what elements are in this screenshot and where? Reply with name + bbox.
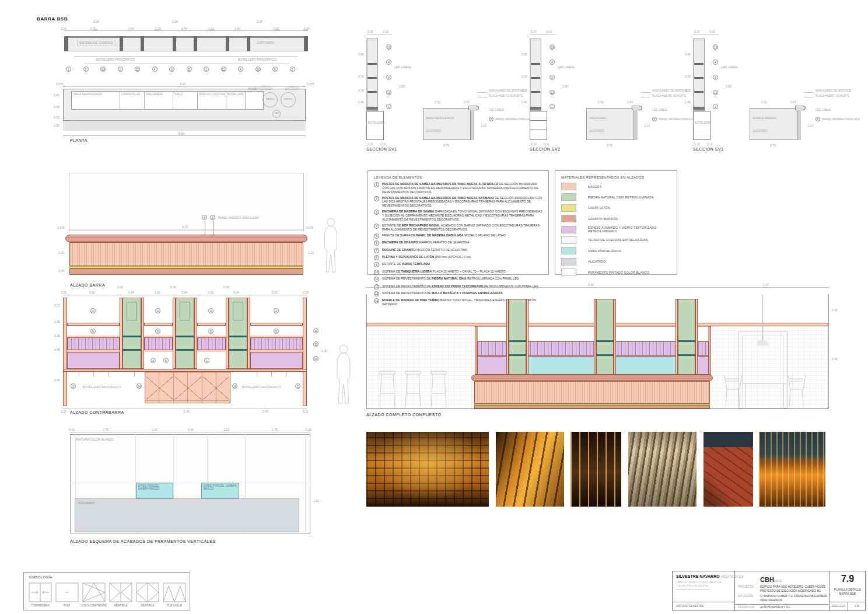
post: [120, 36, 123, 51]
post: [247, 36, 250, 51]
gres-panel: [526, 356, 596, 375]
teal-shelf: [176, 336, 194, 337]
post: [226, 36, 229, 51]
teal-shelf: [229, 349, 247, 351]
section-wall-panel: [530, 39, 541, 111]
shelf-bracket: [531, 77, 540, 79]
shelf-bracket: [694, 91, 704, 93]
material-row: GRES PORCELÁNICO: [561, 247, 671, 254]
planta-front-counter: [63, 120, 306, 131]
leyenda-item: 10SISTEMA DE TABIQUERÍA LIGERA PLACA 15 …: [374, 270, 542, 275]
post: [141, 36, 144, 51]
counter-nose: [468, 106, 479, 110]
espejo-band: [67, 337, 120, 350]
material-swatch: [561, 247, 576, 254]
material-swatch: [561, 215, 576, 222]
gres-panel: GRES PORCEL. UMBRA MALCO: [136, 483, 173, 498]
note-cuerdas: SISTEMA DE CUERDAS: [77, 40, 116, 46]
shelf-bracket: [531, 91, 540, 93]
leyenda-item: 1 POSTES DE MADERA DE SAMBA BARNIZADOS E…: [374, 182, 542, 194]
leyenda-box: LEYENDA DE ELEMENTOS 1 POSTES DE MADERA …: [368, 170, 549, 275]
photo-backlit-shelving: [496, 432, 564, 507]
post: [526, 299, 528, 375]
material-swatch: [561, 183, 576, 190]
onix-inset: [180, 302, 190, 320]
teal-shelf: [678, 354, 695, 356]
gres-panel: GRES PORCEL. UMBRA MALCO: [201, 483, 239, 498]
seccion-sv2-label: SECCIÓN SV2: [530, 147, 561, 151]
material-row: PARAMENTO PINTADO COLOR BLANCO: [561, 268, 671, 276]
material-row: ALICATADO: [561, 258, 671, 266]
post: [64, 36, 68, 51]
simbologia-title: SIMBOLOGÍA: [29, 575, 52, 579]
title-block: SILVESTRE NAVARRO ARQUITECTO SLP CAMPOS …: [672, 571, 866, 610]
section-cabinet: [693, 111, 710, 140]
pintura-label: PINTURA COLOR BLANCO: [76, 438, 114, 441]
plan-ref-bubbles: 251311143511141352: [66, 67, 311, 72]
leyenda-item: 8 PLETINA Y REPOSAPIÉS DE LATÓN Ø40 mm (…: [374, 255, 542, 260]
shelf: [144, 350, 173, 352]
materiales-box: MATERIALES REPRESENTADOS EN ALZADOS MADE…: [555, 170, 677, 275]
shelf: [250, 323, 303, 326]
teal-shelf: [678, 340, 695, 342]
shelf-bracket: [368, 91, 377, 93]
espejo-band: [144, 337, 173, 350]
material-row: PIEDRA NATURAL ONIX RETROILUMINADA: [561, 193, 671, 201]
bar-countertop: [471, 375, 713, 381]
shelf-bracket: [368, 63, 377, 65]
post: [304, 36, 308, 51]
shelf: [144, 323, 173, 326]
espejo-band: [197, 337, 226, 350]
counter-mark: [366, 107, 378, 110]
symbol-plegable-icon: [163, 582, 186, 602]
teal-shelf: [123, 349, 141, 351]
symbol-abatible2-icon: [136, 582, 159, 602]
material-swatch: [561, 193, 576, 201]
espejo-panel: [67, 352, 120, 369]
sheet-number: 7.9: [829, 574, 866, 584]
leyenda-item: 7 RODAPIÉ DE GRANITO MARRÓN FERATTO DE L…: [374, 248, 542, 253]
leyenda-title: LEYENDA DE ELEMENTOS: [374, 176, 542, 179]
section-counter-body: [586, 108, 636, 140]
alzado-acabados-label: ALZADO ESQUEMA DE ACABADOS DE PARAMENTOS…: [70, 539, 216, 543]
onix-column: [596, 299, 614, 375]
shelf-bracket: [694, 63, 704, 65]
date: 2023.12.20: [829, 605, 848, 608]
human-figure: [334, 343, 354, 407]
section-wall-panel: [366, 39, 378, 111]
counter-nose: [795, 106, 806, 110]
onix-column: [678, 299, 695, 375]
leyenda-item: 13SISTEMA DE REVESTIMIENTO DE MALLA METÁ…: [374, 291, 542, 296]
end-post: [303, 298, 307, 406]
counter-edge: [64, 36, 308, 38]
post: [194, 36, 197, 51]
post: [194, 298, 197, 369]
teal-shelf: [509, 354, 526, 356]
material-swatch: [561, 236, 576, 244]
floor-line: [366, 409, 828, 409]
post: [695, 299, 698, 375]
teal-shelf: [509, 340, 526, 342]
planta-label: PLANTA: [70, 138, 88, 142]
bar-front-panel: [69, 242, 303, 266]
photo-backlit-bottle-wall: [366, 432, 489, 507]
shelf: [197, 350, 226, 352]
material-row: MADERA: [561, 183, 671, 190]
material-row: ESPEJO AHUMADO Y VIDRIO TEXTURIZADO RETR…: [561, 226, 671, 233]
drawing-sheet: BARRA BSB 0.15 2.02 0.94 1.10 0.94 1.10 …: [0, 0, 868, 614]
post: [247, 298, 250, 369]
human-figure: [320, 217, 342, 275]
onix-column: [509, 299, 526, 375]
counter-nose: [632, 106, 642, 110]
photo-dark-bar-led: [570, 432, 621, 507]
symbol-abatible-icon: [109, 582, 132, 602]
leyenda-item: 6 ENCIMERA DE GRANITO MARRÓN FERATTO DE …: [374, 240, 542, 246]
panel-ondulada-edge: [797, 111, 801, 140]
note-cortinero: CORTINERO: [257, 41, 275, 44]
onix-inset: [127, 302, 137, 320]
alicatado-band: [75, 498, 299, 532]
alzado-barra-label: ALZADO BARRA: [70, 283, 105, 287]
author: ARTURO SILVESTRE: [676, 605, 704, 608]
material-swatch: [561, 204, 576, 212]
bar-plinth: [69, 268, 303, 275]
